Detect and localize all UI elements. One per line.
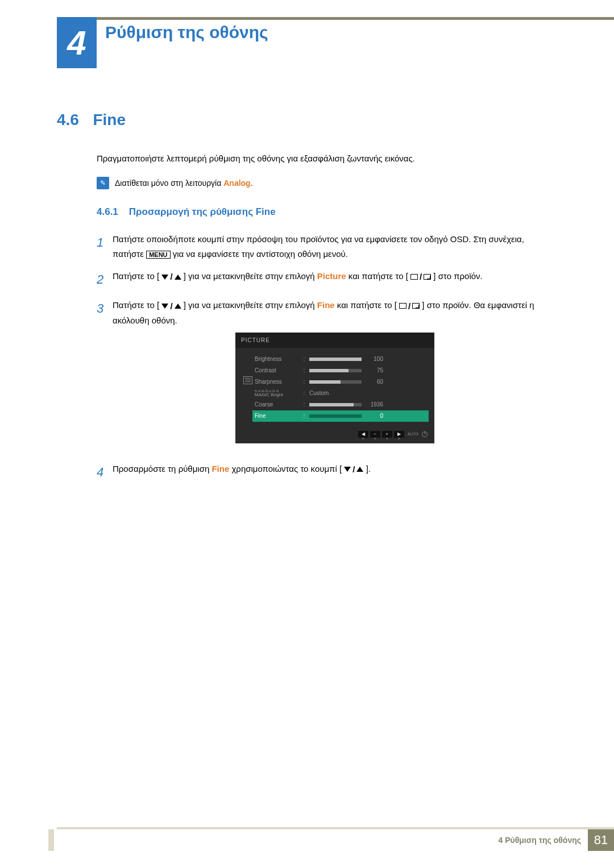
note-suffix: . — [251, 178, 253, 188]
note-prefix: Διατίθεται μόνο στη λειτουργία — [115, 178, 223, 188]
label: Brightness — [255, 354, 299, 364]
osd-row-magic-bright: SAMSUNG MAGIC Bright : Custom — [255, 388, 426, 399]
osd-list: Brightness : 100 Contrast : 75 — [255, 354, 426, 422]
fine-keyword: Fine — [317, 300, 335, 310]
label: Fine — [255, 411, 299, 421]
left-icon: ◀▾ — [358, 431, 368, 438]
step-number: 3 — [97, 298, 113, 453]
intro-text: Πραγματοποιήστε λεπτομερή ρύθμιση της οθ… — [97, 152, 557, 165]
text: ] στο προϊόν. — [433, 271, 482, 281]
section-heading: 4.6 Fine — [57, 111, 557, 129]
content-area: 4.6 Fine Πραγματοποιήστε λεπτομερή ρύθμι… — [57, 111, 557, 491]
enter-icon: ▶▾ — [394, 431, 404, 438]
page-number: 81 — [588, 829, 614, 851]
slider — [309, 358, 362, 361]
value: 1936 — [365, 400, 383, 409]
osd-row-fine: Fine : 0 — [252, 410, 429, 422]
step-body: Πατήστε το [ / ] για να μετακινηθείτε στ… — [113, 269, 557, 290]
slider — [309, 403, 362, 406]
text: MAGIC — [255, 392, 269, 397]
subsection-number: 4.6.1 — [97, 206, 118, 217]
step-2: 2 Πατήστε το [ / ] για να μετακινηθείτε … — [97, 269, 557, 290]
text: Πατήστε το [ — [113, 300, 159, 310]
subsection-title: Προσαρμογή της ρύθμισης Fine — [129, 206, 276, 217]
section-title: Fine — [93, 111, 126, 129]
auto-label: AUTO — [406, 431, 420, 438]
picture-keyword: Picture — [317, 271, 346, 281]
step-number: 4 — [97, 462, 113, 483]
value: Custom — [309, 388, 329, 398]
value: 100 — [365, 354, 383, 364]
step-1: 1 Πατήστε οποιοδήποτε κουμπί στην πρόσοψ… — [97, 232, 557, 261]
step-body: Προσαρμόστε τη ρύθμιση Fine χρησιμοποιών… — [113, 462, 557, 483]
osd-title: PICTURE — [235, 333, 434, 348]
fine-keyword: Fine — [211, 464, 229, 474]
text: ]. — [366, 464, 371, 474]
chapter-number-box: 4 — [57, 17, 97, 68]
note-icon: ✎ — [97, 177, 109, 189]
value: 75 — [365, 366, 383, 375]
text: για να εμφανίσετε την αντίστοιχη οθόνη μ… — [173, 249, 348, 259]
page-footer: 4 Ρύθμιση της οθόνης 81 — [57, 827, 614, 851]
step-body: Πατήστε οποιοδήποτε κουμπί στην πρόσοψη … — [113, 232, 557, 261]
label: Sharpness — [255, 377, 299, 387]
osd-row-brightness: Brightness : 100 — [255, 354, 426, 365]
slider — [309, 369, 362, 372]
osd-panel: PICTURE Brightness : 100 — [235, 333, 434, 443]
label: SAMSUNG MAGIC Bright — [255, 389, 299, 397]
value: 0 — [365, 411, 383, 421]
down-up-icon: / — [161, 269, 181, 284]
steps-list: 1 Πατήστε οποιοδήποτε κουμπί στην πρόσοψ… — [97, 232, 557, 483]
plus-icon: +▾ — [382, 431, 392, 438]
step-number: 1 — [97, 232, 113, 261]
footer-gutter — [48, 829, 54, 851]
power-icon — [422, 431, 428, 437]
note-row: ✎ Διατίθεται μόνο στη λειτουργία Analog. — [97, 177, 557, 189]
chapter-title: Ρύθμιση της οθόνης — [105, 23, 268, 42]
osd-row-coarse: Coarse : 1936 — [255, 399, 426, 410]
osd-row-contrast: Contrast : 75 — [255, 365, 426, 376]
step-4: 4 Προσαρμόστε τη ρύθμιση Fine χρησιμοποι… — [97, 462, 557, 483]
top-bar — [57, 17, 614, 20]
slider — [309, 380, 362, 384]
section-number: 4.6 — [57, 111, 79, 129]
picture-icon — [243, 376, 252, 384]
source-enter-icon: / — [399, 299, 420, 314]
menu-key: MENU — [146, 251, 170, 259]
source-enter-icon: / — [410, 269, 431, 284]
note-mode: Analog — [223, 178, 250, 188]
text: και πατήστε το [ — [349, 271, 408, 281]
footer-text: 4 Ρύθμιση της οθόνης — [499, 836, 581, 845]
minus-icon: −▾ — [370, 431, 380, 438]
step-body: Πατήστε το [ / ] για να μετακινηθείτε στ… — [113, 298, 557, 453]
label: Contrast — [255, 366, 299, 375]
osd-body: Brightness : 100 Contrast : 75 — [235, 348, 434, 427]
slider — [309, 414, 362, 418]
osd-footer: ◀▾ −▾ +▾ ▶▾ AUTO — [235, 427, 434, 443]
step-number: 2 — [97, 269, 113, 290]
text: Πατήστε το [ — [113, 271, 159, 281]
subsection-heading: 4.6.1 Προσαρμογή της ρύθμισης Fine — [97, 206, 557, 218]
label: Coarse — [255, 400, 299, 409]
text: ] για να μετακινηθείτε στην επιλογή — [184, 300, 317, 310]
text: ] για να μετακινηθείτε στην επιλογή — [184, 271, 317, 281]
down-up-icon: / — [344, 462, 363, 477]
osd-row-sharpness: Sharpness : 60 — [255, 376, 426, 388]
text: Bright — [271, 392, 283, 397]
value: 60 — [365, 377, 383, 387]
text: χρησιμοποιώντας το κουμπί [ — [231, 464, 342, 474]
text: Προσαρμόστε τη ρύθμιση — [113, 464, 211, 474]
down-up-icon: / — [161, 299, 181, 314]
document-page: 4 Ρύθμιση της οθόνης 4.6 Fine Πραγματοπο… — [0, 0, 614, 868]
text: και πατήστε το [ — [337, 300, 397, 310]
note-text: Διατίθεται μόνο στη λειτουργία Analog. — [115, 178, 253, 188]
step-3: 3 Πατήστε το [ / ] για να μετακινηθείτε … — [97, 298, 557, 453]
